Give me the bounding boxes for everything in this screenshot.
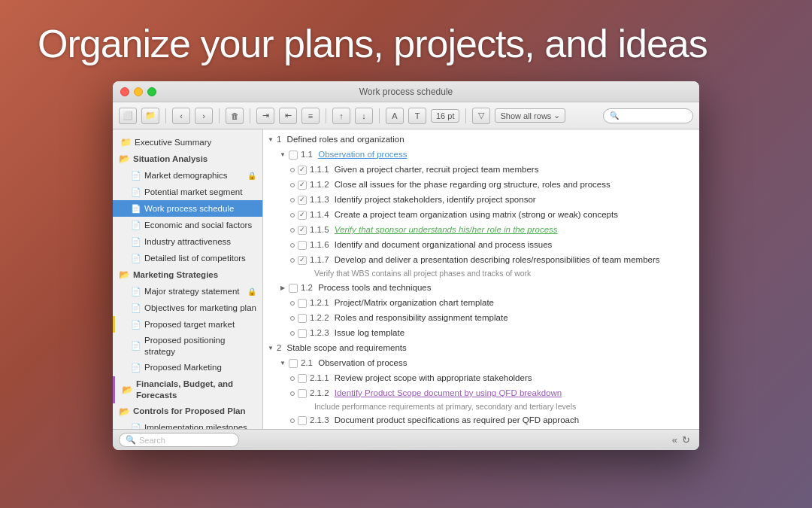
content-area: ▼ 1 Defined roles and organization ▼ 1.1…	[263, 129, 699, 429]
toolbar-align-btn[interactable]: ≡	[301, 108, 320, 124]
sidebar-item-executive-summary[interactable]: 📁 Executive Summary	[113, 134, 262, 151]
toggle-icon[interactable]: ▼	[278, 151, 287, 160]
toolbar-move-down-btn[interactable]: ↓	[355, 108, 373, 124]
checkbox[interactable]	[298, 374, 307, 383]
toolbar-folder-btn[interactable]: 📁	[141, 108, 159, 124]
doc-icon: 📄	[131, 254, 141, 263]
row-text: 1.2 Process tools and techniques	[301, 281, 695, 294]
row-text: 1.1.1 Given a project charter, recruit p…	[310, 163, 695, 176]
checkbox[interactable]: ✓	[298, 226, 307, 235]
maximize-button[interactable]	[147, 87, 156, 96]
toolbar-search[interactable]: 🔍	[603, 108, 693, 123]
row-bullet	[290, 418, 295, 423]
sidebar-item-financials[interactable]: 📂 Financials, Budget, and Forecasts	[113, 376, 262, 403]
row-bullet	[290, 376, 295, 381]
section-title: 1 Defined roles and organization	[277, 133, 695, 146]
row-1-1-7: ✓ 1.1.7 Develop and deliver a presentati…	[263, 253, 699, 268]
toolbar-move-up-btn[interactable]: ↑	[332, 108, 350, 124]
toggle-icon[interactable]: ▼	[278, 359, 287, 368]
checkbox[interactable]: ✓	[298, 166, 307, 175]
toolbar-doc-btn[interactable]: ⬜	[119, 108, 137, 124]
sidebar-item-marketing-strategies[interactable]: 📂 Marketing Strategies	[113, 266, 262, 283]
sidebar-item-situation-analysis[interactable]: 📂 Situation Analysis	[113, 151, 262, 167]
sidebar-item-proposed-marketing[interactable]: 📄 Proposed Marketing	[113, 360, 262, 376]
checkbox[interactable]: ✓	[298, 211, 307, 220]
row-text: 2.1.2 Identify Product Scope document by…	[310, 387, 695, 400]
checkbox[interactable]	[298, 314, 307, 323]
toolbar-text2-btn[interactable]: T	[408, 108, 426, 124]
doc-icon: 📄	[131, 341, 141, 351]
checkbox[interactable]	[298, 329, 307, 338]
row-link[interactable]: Observation of process	[318, 150, 407, 159]
checkbox[interactable]	[289, 284, 298, 293]
toggle-icon[interactable]: ▼	[266, 344, 275, 353]
toolbar-outdent-btn[interactable]: ⇤	[279, 108, 297, 124]
toolbar-delete-btn[interactable]: 🗑	[226, 108, 244, 124]
sidebar-item-detailed-list[interactable]: 📄 Detailed list of competitors	[113, 250, 262, 266]
sidebar-item-potential-market[interactable]: 📄 Potential market segment	[113, 184, 262, 200]
toggle-icon[interactable]: ▼	[266, 135, 275, 144]
row-1-2-1: 1.2.1 Project/Matrix organization chart …	[263, 296, 699, 311]
toolbar: ⬜ 📁 ‹ › 🗑 ⇥ ⇤ ≡ ↑ ↓ A T 16 pt ▽ Show all…	[113, 102, 699, 129]
toolbar-back-btn[interactable]: ‹	[172, 108, 190, 124]
doc-icon: 📄	[131, 287, 141, 297]
sidebar-label: Market demographics	[144, 170, 244, 181]
nav-refresh-icon[interactable]: ↻	[682, 434, 690, 446]
checkbox[interactable]	[298, 241, 307, 250]
row-link[interactable]: Verify that sponsor understands his/her …	[335, 225, 558, 234]
row-2-1-2: 2.1.2 Identify Product Scope document by…	[263, 386, 699, 401]
row-bullet	[290, 168, 295, 172]
row-bullet	[290, 228, 295, 233]
main-content: 📁 Executive Summary 📂 Situation Analysis…	[113, 129, 699, 429]
lock-icon: 🔒	[247, 172, 256, 180]
sidebar-label: Implementation milestones	[144, 422, 256, 429]
toolbar-indent-btn[interactable]: ⇥	[256, 108, 274, 124]
sidebar-item-controls[interactable]: 📂 Controls for Proposed Plan	[113, 403, 262, 420]
toolbar-text-btn[interactable]: A	[386, 108, 404, 124]
purple-bar	[113, 376, 115, 403]
checkbox[interactable]	[298, 416, 307, 425]
row-2-1-3: 2.1.3 Document product specifications as…	[263, 413, 699, 428]
sidebar-item-implementation[interactable]: 📄 Implementation milestones	[113, 420, 262, 429]
font-size-selector[interactable]: 16 pt	[431, 109, 459, 123]
sidebar-item-industry[interactable]: 📄 Industry attractiveness	[113, 233, 262, 250]
sidebar-search[interactable]: 🔍 Search	[119, 433, 239, 447]
row-1-1-1: ✓ 1.1.1 Given a project charter, recruit…	[263, 163, 699, 178]
row-text: 1.1.5 Verify that sponsor understands hi…	[310, 224, 695, 236]
toolbar-sep-6	[465, 108, 466, 123]
nav-back-icon[interactable]: «	[672, 434, 677, 446]
show-all-rows-btn[interactable]: Show all rows ⌄	[495, 108, 565, 123]
bottom-bar: 🔍 Search « ↻	[113, 429, 699, 450]
row-1-1-5: ✓ 1.1.5 Verify that sponsor understands …	[263, 223, 699, 238]
doc-icon: 📄	[131, 320, 141, 330]
sidebar-item-proposed-target[interactable]: 📄 Proposed target market	[113, 316, 262, 333]
toolbar-filter-btn[interactable]: ▽	[472, 108, 490, 124]
checkbox[interactable]	[298, 389, 307, 398]
toolbar-sep-2	[219, 108, 220, 123]
sidebar-item-work-process[interactable]: 📄 Work process schedule	[113, 200, 262, 217]
checkbox[interactable]	[289, 359, 298, 368]
row-bullet	[290, 331, 295, 336]
close-button[interactable]	[120, 87, 129, 96]
minimize-button[interactable]	[134, 87, 143, 96]
checkbox[interactable]: ✓	[298, 196, 307, 205]
sidebar-item-proposed-positioning[interactable]: 📄 Proposed positioning strategy	[113, 333, 262, 360]
sidebar-item-objectives[interactable]: 📄 Objectives for marketing plan	[113, 300, 262, 316]
sidebar-label: Potential market segment	[144, 187, 256, 198]
row-link[interactable]: Identify Product Scope document by using…	[335, 388, 562, 397]
sidebar-item-market-demographics[interactable]: 📄 Market demographics 🔒	[113, 167, 262, 184]
checkbox[interactable]	[289, 151, 298, 160]
lock-icon: 🔒	[247, 287, 256, 296]
sidebar-label: Proposed positioning strategy	[144, 335, 256, 357]
toolbar-sep-4	[326, 108, 326, 123]
toggle-icon[interactable]: ▶	[278, 284, 287, 293]
bottom-nav: « ↻	[672, 434, 690, 446]
toolbar-forward-btn[interactable]: ›	[195, 108, 213, 124]
checkbox[interactable]: ✓	[298, 256, 307, 265]
sidebar-item-proposed-target-container: 📄 Proposed target market	[113, 316, 262, 333]
checkbox[interactable]	[298, 299, 307, 308]
row-bullet	[290, 316, 295, 321]
sidebar-item-major-strategy[interactable]: 📄 Major strategy statement 🔒	[113, 283, 262, 300]
sidebar-item-economic-social[interactable]: 📄 Economic and social factors	[113, 217, 262, 233]
checkbox[interactable]: ✓	[298, 181, 307, 190]
